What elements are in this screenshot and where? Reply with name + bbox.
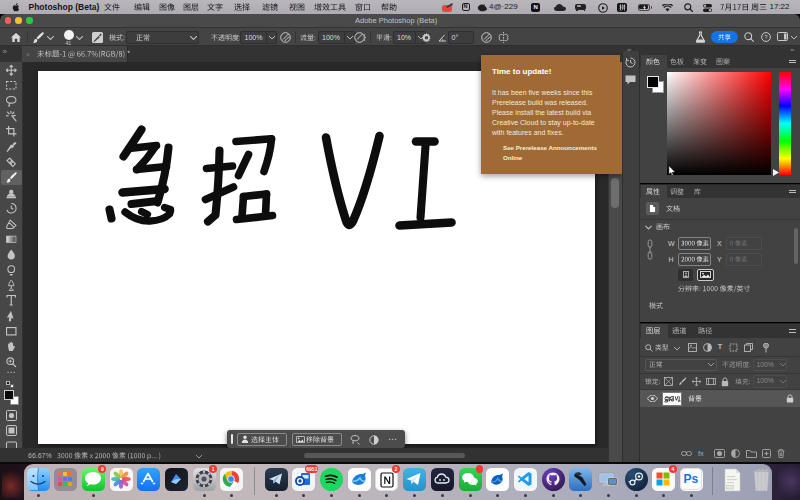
- svg-text:?: ?: [764, 34, 768, 40]
